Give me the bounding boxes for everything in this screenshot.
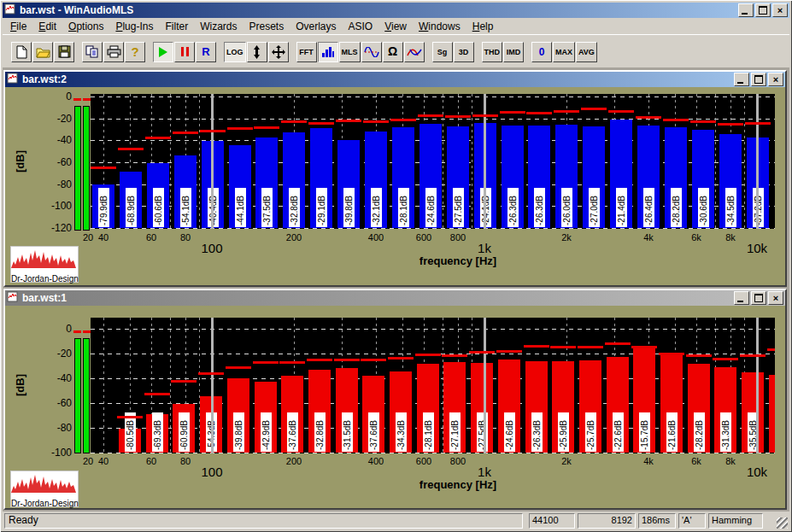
bar-value-label: -24.6dB <box>504 412 515 452</box>
resize-grip[interactable] <box>777 517 788 529</box>
menu-item-file[interactable]: File <box>4 20 32 33</box>
level-meter-peak-icon <box>83 98 91 101</box>
toolbar-button-signal[interactable] <box>361 42 382 62</box>
child-titlebar[interactable]: bar.wst:1 × <box>5 290 785 306</box>
minimize-button[interactable] <box>738 3 754 17</box>
menu-item-edit[interactable]: Edit <box>32 20 62 33</box>
toolbar-button-3d[interactable]: 3D <box>454 42 474 62</box>
document-icon <box>7 72 19 87</box>
peak-hold-marker <box>740 354 766 357</box>
bar-value-label: -37.6dB <box>287 412 298 452</box>
child-maximize-button[interactable] <box>751 73 766 86</box>
x-axis-title: frequency [Hz] <box>330 478 586 491</box>
toolbar-button-vertical-zoom[interactable] <box>247 42 267 62</box>
toolbar-button-save[interactable] <box>54 42 74 62</box>
peak-hold-marker <box>336 120 361 122</box>
decade-marker-line <box>211 94 214 229</box>
toolbar: ?RLOGFFTMLSΩSg3DTHDIMD0MAXAVG <box>3 34 789 68</box>
peak-hold-marker <box>608 110 634 113</box>
decade-marker-line <box>756 94 759 229</box>
close-icon: × <box>773 75 778 84</box>
toolbar-button-avg[interactable]: AVG <box>576 42 597 62</box>
menu-item-view[interactable]: View <box>378 20 413 33</box>
status-field-window-function: Hamming <box>708 513 763 529</box>
menu-item-options[interactable]: Options <box>62 20 109 33</box>
bar-value-label: -30.6dB <box>698 188 709 227</box>
maximize-icon <box>759 6 767 15</box>
toolbar-button-sg[interactable]: Sg <box>432 42 453 62</box>
child-close-button[interactable]: × <box>768 73 783 86</box>
toolbar-button-imd[interactable]: IMD <box>503 42 524 62</box>
main-titlebar[interactable]: bar.wst - WinAudioMLS × <box>3 3 789 18</box>
bar-value-label: -39.8dB <box>233 412 244 452</box>
toolbar-button-pan[interactable] <box>268 42 289 62</box>
peak-hold-marker <box>554 110 579 113</box>
menu-item-presets[interactable]: Presets <box>243 20 290 33</box>
peak-hold-marker <box>334 359 360 361</box>
menu-item-windows[interactable]: Windows <box>413 20 466 33</box>
toolbar-button-mls[interactable]: MLS <box>339 42 361 62</box>
toolbar-button-overlay-curves[interactable] <box>404 42 425 62</box>
menu-item-filter[interactable]: Filter <box>159 20 194 33</box>
close-button[interactable]: × <box>772 3 788 17</box>
toolbar-button-help[interactable]: ? <box>125 42 145 62</box>
x-tick-label: 100 <box>191 465 232 479</box>
toolbar-button-play[interactable] <box>153 42 173 62</box>
bar-value-label: -25.7dB <box>585 412 596 452</box>
peak-hold-marker <box>415 354 441 356</box>
peak-hold-marker <box>663 119 689 121</box>
toolbar-button-record[interactable]: R <box>196 42 216 62</box>
y-axis-title: [dB] <box>14 144 26 178</box>
peak-hold-marker <box>686 354 712 357</box>
child-minimize-button[interactable] <box>734 73 749 86</box>
bar-chart-icon <box>321 46 335 58</box>
application-window: bar.wst - WinAudioMLS × FileEditOptionsP… <box>0 0 792 532</box>
x-tick-label: 2k <box>554 232 578 243</box>
toolbar-button-print[interactable] <box>103 42 124 62</box>
child-minimize-button[interactable] <box>734 291 749 305</box>
toolbar-button-bar-display[interactable] <box>318 42 338 62</box>
child-maximize-button[interactable] <box>751 291 766 305</box>
toolbar-button-fft[interactable]: FFT <box>296 42 317 62</box>
x-tick-label: 10k <box>736 465 777 479</box>
child-titlebar[interactable]: bar.wst:2 × <box>5 72 785 87</box>
bar-value-label: -54.1dB <box>180 188 191 227</box>
x-tick-label: 4k <box>637 456 660 466</box>
child-window-title: bar.wst:2 <box>22 73 734 85</box>
maximize-button[interactable] <box>755 3 771 17</box>
menu-item-asio[interactable]: ASIO <box>343 20 379 33</box>
bar-value-label: -60.6dB <box>153 188 164 227</box>
menu-item-overlays[interactable]: Overlays <box>290 20 342 33</box>
toolbar-button-impedance[interactable]: Ω <box>383 42 403 62</box>
bar-value-label: -26.3dB <box>534 188 545 227</box>
peak-hold-marker <box>418 114 443 117</box>
x-tick-label: 6k <box>684 456 708 466</box>
toolbar-button-copy[interactable] <box>82 42 103 62</box>
menu-item-plug-ins[interactable]: Plug-Ins <box>109 20 159 33</box>
toolbar-button-thd[interactable]: THD <box>482 42 503 62</box>
toolbar-button-new[interactable] <box>11 42 32 62</box>
peak-hold-marker <box>578 346 603 348</box>
grid-line-vertical <box>170 318 171 453</box>
x-tick-label: 200 <box>282 456 306 466</box>
toolbar-button-log-scale[interactable]: LOG <box>224 42 246 62</box>
peak-hold-marker <box>307 359 332 361</box>
toolbar-button-pause[interactable] <box>174 42 195 62</box>
status-field-fft-size: 8192 <box>578 513 636 529</box>
logo-waveform-icon <box>11 247 76 271</box>
toolbar-button-zero[interactable]: 0 <box>531 42 552 62</box>
peak-hold-marker <box>581 108 607 110</box>
bar-value-label: -42.9dB <box>261 412 272 452</box>
decade-marker-line <box>211 318 214 453</box>
peak-hold-marker <box>767 348 775 351</box>
maximize-icon <box>754 294 763 302</box>
child-window-title: bar.wst:1 <box>22 292 734 304</box>
level-meter-peak-icon <box>73 98 81 101</box>
toolbar-button-max[interactable]: MAX <box>553 42 575 62</box>
peak-hold-marker <box>144 393 170 395</box>
menu-item-wizards[interactable]: Wizards <box>194 20 243 33</box>
peak-hold-marker <box>253 361 279 364</box>
toolbar-button-open[interactable] <box>32 42 53 62</box>
child-close-button[interactable]: × <box>768 291 783 305</box>
menu-item-help[interactable]: Help <box>466 20 500 33</box>
